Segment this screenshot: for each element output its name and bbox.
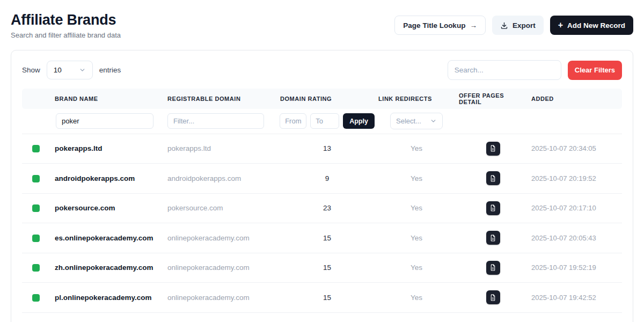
clear-filters-button[interactable]: Clear Filters [568, 61, 622, 80]
offer-pages-detail-button[interactable] [486, 290, 500, 304]
column-header-link-redirects: LINK REDIRECTS [376, 89, 457, 109]
link-redirects-cell: Yes [376, 253, 457, 283]
registrable-domain-cell: onlinepokeracademy.com [165, 223, 278, 253]
domain-rating-cell: 13 [278, 134, 376, 164]
offer-pages-cell [457, 283, 529, 313]
redirects-filter-select[interactable]: Select... [390, 113, 443, 129]
brand-name-cell: zh.onlinepokeracademy.com [53, 253, 165, 283]
page-size-value: 10 [54, 66, 62, 74]
added-cell: 2025-10-07 20:34:05 [529, 134, 622, 164]
domain-rating-cell: 15 [278, 253, 376, 283]
apply-rating-filter-button[interactable]: Apply [343, 113, 375, 129]
table-row: es.onlinepokeracademy.com onlinepokeraca… [22, 223, 622, 253]
document-icon [489, 145, 496, 152]
topbar: Affiliate Brands Search and filter affil… [11, 12, 633, 39]
table-row: pokersource.com pokersource.com 23 Yes 2… [22, 193, 622, 223]
page-title-lookup-button[interactable]: Page Title Lookup → [394, 16, 486, 35]
document-icon [489, 235, 496, 241]
show-label: Show [22, 66, 40, 74]
status-cell [22, 223, 53, 253]
registrable-domain-cell: onlinepokeracademy.com [165, 253, 278, 283]
status-cell [22, 134, 53, 164]
offer-pages-cell [457, 134, 529, 164]
offer-pages-detail-button[interactable] [486, 261, 500, 275]
column-header-added: ADDED [529, 89, 622, 109]
data-table-card: Show 10 entries Clear Filters BRAND NAME [11, 50, 633, 322]
page-size-select[interactable]: 10 [47, 61, 93, 79]
offer-pages-cell [457, 193, 529, 223]
link-redirects-cell: Yes [376, 164, 457, 194]
export-button[interactable]: Export [492, 16, 544, 35]
table-row: androidpokerapps.com androidpokerapps.co… [22, 164, 622, 194]
table-row: pokerapps.ltd pokerapps.ltd 13 Yes 2025-… [22, 134, 622, 164]
offer-pages-detail-button[interactable] [486, 171, 500, 185]
page-title: Affiliate Brands [11, 12, 121, 28]
domain-rating-cell: 15 [278, 283, 376, 313]
brand-name-cell: pokersource.com [53, 193, 165, 223]
domain-filter-input[interactable] [167, 113, 264, 129]
brand-name-cell: pokerapps.ltd [53, 134, 165, 164]
add-new-record-button[interactable]: + Add New Record [550, 16, 633, 35]
document-icon [489, 175, 496, 182]
status-indicator [32, 264, 40, 272]
document-icon [489, 264, 496, 271]
brand-name-cell: es.onlinepokeracademy.com [53, 223, 165, 253]
registrable-domain-cell: pokerapps.ltd [165, 134, 278, 164]
chevron-down-icon [79, 67, 86, 74]
arrow-right-icon: → [470, 21, 477, 30]
status-cell [22, 253, 53, 283]
added-cell: 2025-10-07 20:19:52 [529, 164, 622, 194]
link-redirects-cell: Yes [376, 193, 457, 223]
offer-pages-cell [457, 164, 529, 194]
link-redirects-cell: Yes [376, 223, 457, 253]
status-cell [22, 164, 53, 194]
status-cell [22, 283, 53, 313]
domain-rating-cell: 9 [278, 164, 376, 194]
added-cell: 2025-10-07 19:52:19 [529, 253, 622, 283]
status-cell [22, 193, 53, 223]
column-header-registrable-domain: REGISTRABLE DOMAIN [165, 89, 278, 109]
redirects-filter-value: Select... [396, 117, 421, 125]
search-controls: Clear Filters [448, 60, 622, 80]
status-indicator [32, 145, 40, 152]
column-header-offer-pages-detail: OFFER PAGES DETAIL [457, 89, 529, 109]
column-header-brand-name: BRAND NAME [53, 89, 165, 109]
export-label: Export [513, 21, 536, 30]
link-redirects-cell: Yes [376, 134, 457, 164]
table-header-row: BRAND NAME REGISTRABLE DOMAIN DOMAIN RAT… [22, 89, 622, 109]
table-row: pl.onlinepokeracademy.com onlinepokeraca… [22, 283, 622, 313]
document-icon [489, 294, 496, 301]
download-icon [500, 21, 508, 30]
offer-pages-detail-button[interactable] [486, 231, 500, 245]
chevron-down-icon [430, 118, 437, 125]
table-filter-row: Apply Select... [22, 109, 622, 134]
plus-icon: + [558, 21, 563, 30]
page-title-lookup-label: Page Title Lookup [403, 21, 465, 30]
table-controls: Show 10 entries Clear Filters [22, 60, 622, 80]
column-header-domain-rating: DOMAIN RATING [278, 89, 376, 109]
brand-name-filter-input[interactable] [56, 113, 153, 129]
rating-to-input[interactable] [310, 113, 339, 129]
page-heading: Affiliate Brands Search and filter affil… [11, 12, 121, 39]
rating-filter-group: Apply [280, 113, 374, 129]
status-indicator [32, 204, 40, 212]
status-indicator [32, 235, 40, 242]
registrable-domain-cell: pokersource.com [165, 193, 278, 223]
page-subtitle: Search and filter affiliate brand data [11, 31, 121, 39]
offer-pages-detail-button[interactable] [486, 201, 500, 215]
status-indicator [32, 175, 40, 182]
added-cell: 2025-10-07 20:05:43 [529, 223, 622, 253]
registrable-domain-cell: onlinepokeracademy.com [165, 283, 278, 313]
domain-rating-cell: 23 [278, 193, 376, 223]
add-new-record-label: Add New Record [567, 21, 625, 30]
brand-name-cell: androidpokerapps.com [53, 164, 165, 194]
domain-rating-cell: 15 [278, 223, 376, 253]
status-column-header [22, 89, 53, 109]
table-row: zh.onlinepokeracademy.com onlinepokeraca… [22, 253, 622, 283]
offer-pages-cell [457, 223, 529, 253]
offer-pages-detail-button[interactable] [486, 142, 500, 156]
link-redirects-cell: Yes [376, 283, 457, 313]
rating-from-input[interactable] [280, 113, 306, 129]
affiliate-brands-page: Affiliate Brands Search and filter affil… [0, 0, 644, 322]
search-input[interactable] [448, 60, 561, 80]
